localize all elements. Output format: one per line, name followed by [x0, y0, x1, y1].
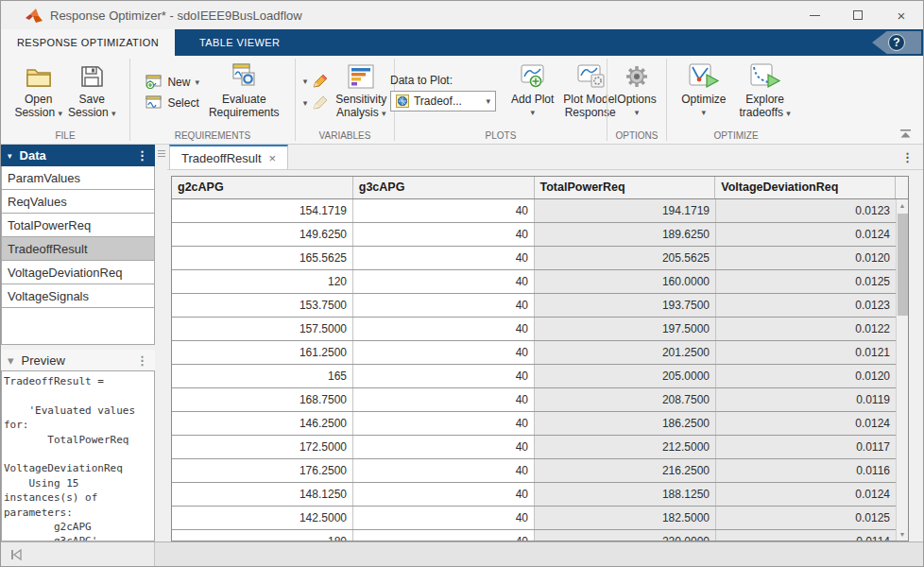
table-cell[interactable]: 189.6250: [535, 223, 716, 246]
table-cell[interactable]: 188.1250: [535, 483, 716, 506]
explore-tradeoffs-button[interactable]: Explore tradeoffs ▾: [739, 56, 790, 129]
scroll-up-icon[interactable]: ▲: [897, 199, 908, 212]
data-list-item[interactable]: ParamValues: [2, 166, 154, 190]
document-menu-icon[interactable]: ⋮: [892, 150, 923, 164]
table-cell[interactable]: 0.0121: [716, 341, 897, 364]
table-row[interactable]: 149.6250 40 189.6250 0.0124: [172, 223, 897, 247]
table-row[interactable]: 148.1250 40 188.1250 0.0124: [172, 483, 897, 507]
preview-panel-menu-icon[interactable]: ⋮: [136, 353, 148, 368]
table-cell[interactable]: 40: [353, 388, 535, 411]
panel-splitter[interactable]: [155, 145, 167, 541]
table-cell[interactable]: 180: [172, 530, 353, 541]
table-cell[interactable]: 40: [353, 318, 535, 340]
column-header[interactable]: TotalPowerReq: [535, 177, 716, 198]
table-row[interactable]: 165.5625 40 205.5625 0.0120: [172, 247, 897, 270]
sensitivity-analysis-button[interactable]: Sensitivity Analysis ▾: [335, 56, 386, 129]
table-cell[interactable]: 160.0000: [535, 270, 716, 293]
skip-to-start-icon[interactable]: [10, 549, 22, 560]
collapse-ribbon-button[interactable]: [899, 129, 912, 138]
close-button[interactable]: ×: [880, 1, 923, 29]
table-cell[interactable]: 193.7500: [535, 294, 716, 317]
column-header[interactable]: g2cAPG: [172, 177, 353, 198]
scroll-down-icon[interactable]: ▼: [897, 528, 908, 541]
add-plot-button[interactable]: Add Plot ▾: [511, 56, 554, 129]
table-cell[interactable]: 176.2500: [172, 459, 353, 482]
table-cell[interactable]: 40: [353, 412, 535, 435]
table-cell[interactable]: 0.0114: [716, 530, 897, 541]
table-row[interactable]: 154.1719 40 194.1719 0.0123: [172, 199, 897, 223]
table-cell[interactable]: 40: [353, 459, 535, 482]
table-cell[interactable]: 153.7500: [172, 294, 353, 317]
table-cell[interactable]: 40: [353, 247, 535, 269]
table-cell[interactable]: 149.6250: [172, 223, 353, 246]
table-cell[interactable]: 194.1719: [535, 199, 716, 222]
data-list-item[interactable]: TradeoffResult: [2, 237, 154, 261]
table-cell[interactable]: 40: [353, 483, 535, 506]
new-requirement-button[interactable]: New ▾: [145, 75, 199, 89]
edit-variable-disabled-button[interactable]: ▾: [303, 95, 329, 111]
evaluate-requirements-button[interactable]: Evaluate Requirements: [209, 56, 280, 129]
table-cell[interactable]: 40: [353, 270, 535, 293]
table-cell[interactable]: 0.0124: [716, 483, 897, 506]
table-row[interactable]: 168.7500 40 208.7500 0.0119: [172, 388, 897, 412]
table-row[interactable]: 142.5000 40 182.5000 0.0125: [172, 507, 897, 530]
column-header[interactable]: g3cAPG: [353, 177, 535, 198]
table-row[interactable]: 157.5000 40 197.5000 0.0122: [172, 318, 897, 341]
collapse-panel-icon[interactable]: ▾: [8, 353, 14, 368]
table-row[interactable]: 180 40 220.0000 0.0114: [172, 530, 897, 541]
document-tab-tradeoffresult[interactable]: TradeoffResult ×: [169, 145, 288, 169]
optimize-button[interactable]: Optimize ▾: [681, 56, 726, 129]
table-cell[interactable]: 201.2500: [535, 341, 716, 364]
table-row[interactable]: 172.5000 40 212.5000 0.0117: [172, 436, 897, 459]
tab-response-optimization[interactable]: RESPONSE OPTIMIZATION: [1, 29, 175, 56]
vertical-scrollbar[interactable]: ▲ ▼: [896, 199, 908, 541]
table-row[interactable]: 120 40 160.0000 0.0125: [172, 270, 897, 294]
table-row[interactable]: 146.2500 40 186.2500 0.0124: [172, 412, 897, 436]
table-cell[interactable]: 205.0000: [535, 365, 716, 387]
table-cell[interactable]: 220.0000: [535, 530, 716, 541]
table-cell[interactable]: 168.7500: [172, 388, 353, 411]
table-row[interactable]: 153.7500 40 193.7500 0.0123: [172, 294, 897, 318]
table-cell[interactable]: 157.5000: [172, 318, 353, 340]
collapse-panel-icon[interactable]: ▾: [8, 151, 12, 161]
table-cell[interactable]: 161.2500: [172, 341, 353, 364]
data-panel-menu-icon[interactable]: ⋮: [136, 148, 148, 163]
table-cell[interactable]: 205.5625: [535, 247, 716, 269]
table-cell[interactable]: 0.0116: [716, 459, 897, 482]
table-cell[interactable]: 0.0117: [716, 436, 897, 458]
table-cell[interactable]: 208.7500: [535, 388, 716, 411]
open-session-button[interactable]: Open Session ▾: [14, 56, 62, 129]
table-cell[interactable]: 216.2500: [535, 459, 716, 482]
table-cell[interactable]: 0.0124: [716, 223, 897, 246]
table-cell[interactable]: 154.1719: [172, 199, 353, 222]
data-list-item[interactable]: VoltageDeviationReq: [2, 261, 154, 284]
table-cell[interactable]: 40: [353, 294, 535, 317]
table-cell[interactable]: 0.0120: [716, 247, 897, 269]
table-cell[interactable]: 40: [353, 530, 535, 541]
options-button[interactable]: Options ▾: [617, 56, 656, 129]
table-cell[interactable]: 0.0122: [716, 318, 897, 340]
table-cell[interactable]: 0.0125: [716, 270, 897, 293]
help-button[interactable]: ?: [872, 31, 921, 54]
table-cell[interactable]: 197.5000: [535, 318, 716, 340]
table-cell[interactable]: 0.0124: [716, 412, 897, 435]
table-row[interactable]: 161.2500 40 201.2500 0.0121: [172, 341, 897, 365]
table-row[interactable]: 165 40 205.0000 0.0120: [172, 365, 897, 388]
table-row[interactable]: 176.2500 40 216.2500 0.0116: [172, 459, 897, 483]
data-to-plot-select[interactable]: Tradeof... ▾: [390, 91, 496, 112]
table-cell[interactable]: 40: [353, 199, 535, 222]
table-cell[interactable]: 40: [353, 341, 535, 364]
data-panel-header[interactable]: ▾ Data ⋮: [1, 145, 155, 166]
table-cell[interactable]: 40: [353, 365, 535, 387]
edit-variable-button[interactable]: ▾: [303, 74, 329, 89]
column-header[interactable]: VoltageDeviationReq: [715, 177, 896, 198]
table-cell[interactable]: 40: [353, 436, 535, 458]
table-cell[interactable]: 142.5000: [172, 507, 353, 529]
table-cell[interactable]: 40: [353, 223, 535, 246]
table-cell[interactable]: 165.5625: [172, 247, 353, 269]
tab-table-viewer[interactable]: TABLE VIEWER: [175, 29, 304, 56]
table-cell[interactable]: 0.0120: [716, 365, 897, 387]
table-cell[interactable]: 172.5000: [172, 436, 353, 458]
table-cell[interactable]: 165: [172, 365, 353, 387]
table-cell[interactable]: 186.2500: [535, 412, 716, 435]
